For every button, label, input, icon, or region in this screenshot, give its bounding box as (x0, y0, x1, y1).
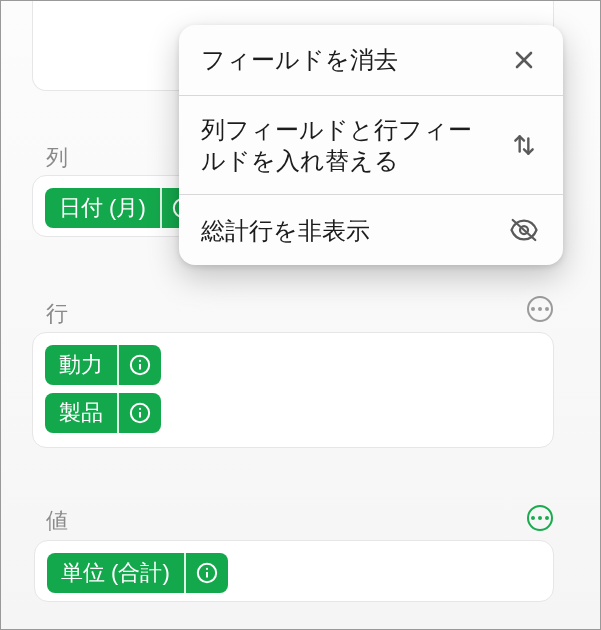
info-icon[interactable] (119, 393, 161, 433)
info-icon[interactable] (186, 553, 228, 593)
menu-item-hide-grand-total[interactable]: 総計行を非表示 (179, 195, 563, 265)
field-options-popover: フィールドを消去 列フィールドと行フィールドを入れ替える 総計行を非表示 (179, 25, 563, 265)
svg-point-11 (206, 568, 208, 570)
rows-field-area[interactable]: 動力 製品 (32, 332, 554, 448)
menu-item-swap-fields[interactable]: 列フィールドと行フィールドを入れ替える (179, 96, 563, 194)
more-icon (531, 307, 549, 311)
svg-point-8 (139, 408, 141, 410)
rows-more-button[interactable] (527, 296, 553, 322)
values-section-label: 値 (46, 506, 68, 536)
menu-item-clear-fields[interactable]: フィールドを消去 (179, 25, 563, 95)
close-icon (507, 43, 541, 77)
eye-off-icon (507, 213, 541, 247)
columns-section-label: 列 (46, 143, 68, 173)
chip-label: 動力 (45, 345, 117, 385)
rows-section-label: 行 (46, 299, 68, 329)
row-chip-power[interactable]: 動力 (45, 345, 161, 385)
chip-label: 製品 (45, 393, 117, 433)
info-icon[interactable] (119, 345, 161, 385)
value-chip-units[interactable]: 単位 (合計) (47, 553, 228, 593)
values-more-button[interactable] (527, 505, 553, 531)
svg-point-5 (139, 360, 141, 362)
values-field-area[interactable]: 単位 (合計) (34, 540, 554, 602)
menu-item-label: フィールドを消去 (201, 44, 507, 75)
row-chip-product[interactable]: 製品 (45, 393, 161, 433)
chip-label: 単位 (合計) (47, 553, 184, 593)
menu-item-label: 列フィールドと行フィールドを入れ替える (201, 114, 507, 176)
menu-item-label: 総計行を非表示 (201, 215, 507, 246)
chip-label: 日付 (月) (45, 188, 160, 228)
more-icon (531, 516, 549, 520)
swap-icon (507, 128, 541, 162)
